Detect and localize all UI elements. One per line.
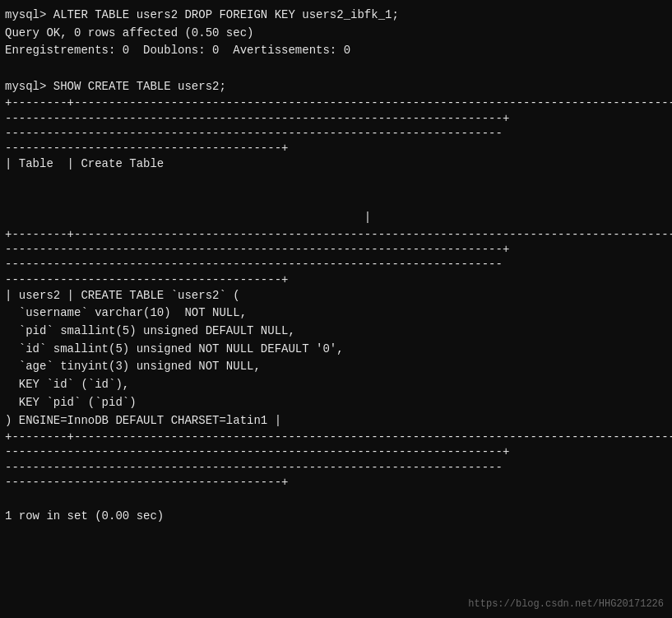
- table-data-row-5: `age` tinyint(3) unsigned NOT NULL,: [5, 358, 667, 376]
- blank-line-2: [5, 174, 667, 192]
- table-mid-border-2: ----------------------------------------…: [5, 242, 667, 257]
- blank-line-3: [5, 192, 667, 210]
- table-mid-border-1: +--------+------------------------------…: [5, 227, 667, 242]
- command-line-1: mysql> ALTER TABLE users2 DROP FOREIGN K…: [5, 7, 667, 25]
- watermark: https://blog.csdn.net/HHG20171226: [468, 598, 664, 610]
- table-top-border-2: ----------------------------------------…: [5, 111, 667, 126]
- table-data-row-2: `username` varchar(10) NOT NULL,: [5, 304, 667, 323]
- table-data-row-7: KEY `pid` (`pid`): [5, 394, 667, 412]
- terminal-window: mysql> ALTER TABLE users2 DROP FOREIGN K…: [0, 0, 672, 618]
- table-dash-1: ----------------------------------------…: [5, 126, 667, 141]
- query-result-1: Query OK, 0 rows affected (0.50 sec): [5, 25, 667, 43]
- blank-line-1: [5, 60, 667, 78]
- table-data-row-3: `pid` smallint(5) unsigned DEFAULT NULL,: [5, 323, 667, 341]
- table-bot-border-1: +--------+------------------------------…: [5, 430, 667, 444]
- table-data-row-4: `id` smallint(5) unsigned NOT NULL DEFAU…: [5, 341, 667, 359]
- table-header-row: | Table | Create Table: [5, 156, 667, 174]
- final-result: 1 row in set (0.00 sec): [5, 508, 667, 526]
- table-data-row-8: ) ENGINE=InnoDB DEFAULT CHARSET=latin1 |: [5, 412, 667, 430]
- table-dash-2: ----------------------------------------…: [5, 141, 667, 156]
- pipe-line: |: [5, 209, 667, 227]
- table-dash-5: ----------------------------------------…: [5, 460, 667, 475]
- table-dash-3: ----------------------------------------…: [5, 257, 667, 272]
- info-line-1: Enregistrements: 0 Doublons: 0 Avertisse…: [5, 42, 667, 60]
- table-bot-border-2: ----------------------------------------…: [5, 444, 667, 459]
- table-dash-4: ----------------------------------------…: [5, 272, 667, 287]
- blank-line-4: [5, 490, 667, 508]
- table-dash-6: ----------------------------------------…: [5, 475, 667, 490]
- command-line-2: mysql> SHOW CREATE TABLE users2;: [5, 78, 667, 96]
- table-data-row-6: KEY `id` (`id`),: [5, 376, 667, 394]
- table-data-row-1: | users2 | CREATE TABLE `users2` (: [5, 287, 667, 305]
- table-top-border-1: +--------+------------------------------…: [5, 95, 667, 110]
